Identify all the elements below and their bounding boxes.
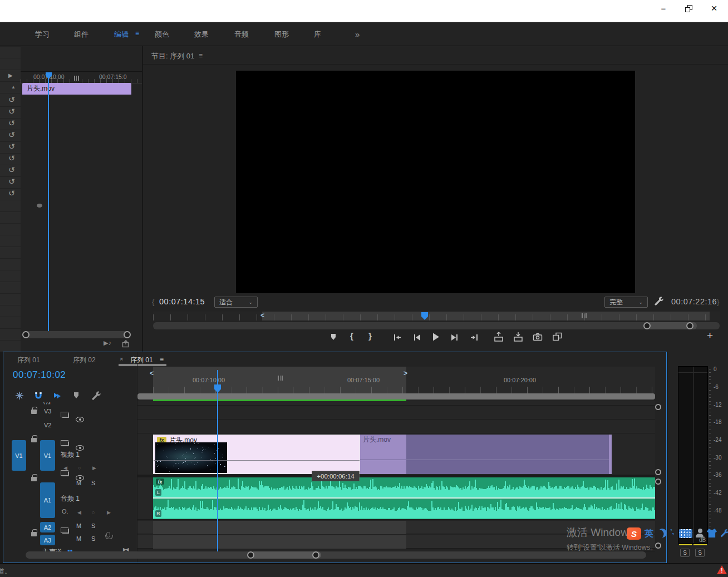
workspace-tab-assembly[interactable]: 组件	[74, 29, 88, 40]
settings-wrench-icon[interactable]	[653, 295, 664, 307]
opacity-rubber-band[interactable]	[154, 460, 360, 461]
punctuation-icon[interactable]: ’,	[670, 527, 674, 536]
track-a1-lock-icon[interactable]	[31, 532, 37, 536]
reset-icon[interactable]: ↺	[8, 130, 15, 139]
minimize-button[interactable]: −	[652, 1, 675, 16]
reset-icon[interactable]: ↺	[8, 154, 15, 162]
reset-icon[interactable]: ↺	[8, 107, 15, 116]
reset-icon[interactable]: ↺	[8, 177, 15, 186]
workspace-tab-effects[interactable]: 效果	[194, 29, 209, 40]
vscroll-handle[interactable]	[655, 469, 661, 475]
step-forward-button[interactable]	[450, 332, 460, 343]
track-a3-solo-button[interactable]: S	[91, 535, 95, 542]
program-current-timecode[interactable]: 00:07:14:15	[159, 297, 205, 306]
track-a1-solo-button[interactable]: S	[91, 480, 95, 486]
track-row-v2[interactable]	[137, 420, 655, 433]
video-clip-right[interactable]	[406, 435, 612, 474]
next-keyframe-button[interactable]: ▶	[92, 465, 96, 471]
workspace-tab-libraries[interactable]: 库	[314, 29, 321, 40]
prev-keyframe-button[interactable]: ◀	[63, 465, 67, 471]
track-v2-lock-icon[interactable]	[31, 438, 37, 442]
comparison-view-button[interactable]	[552, 331, 563, 343]
solo-right-button[interactable]: S	[695, 549, 705, 557]
timeline-hscrollbar-bottom[interactable]	[26, 551, 646, 559]
export-frame-button[interactable]	[532, 332, 543, 343]
add-marker-button[interactable]	[71, 391, 81, 401]
vscroll-handle[interactable]	[655, 404, 661, 410]
warning-icon[interactable]: !	[717, 565, 727, 574]
goto-out-button[interactable]	[469, 332, 480, 343]
volume-rubber-band[interactable]	[153, 497, 655, 499]
ime-settings-wrench-icon[interactable]	[719, 528, 728, 538]
soft-keyboard-icon[interactable]	[679, 529, 692, 538]
source-patch-v1[interactable]: V1	[12, 440, 26, 471]
reset-icon[interactable]: ↺	[8, 189, 15, 198]
mark-out-button[interactable]: }	[368, 331, 372, 341]
export-icon[interactable]	[121, 339, 130, 348]
track-v1-synclock-icon[interactable]	[62, 472, 69, 476]
gutter-play-icon[interactable]: ▶	[8, 72, 13, 78]
timeline-tab-active[interactable]: 序列 01	[130, 356, 153, 365]
extract-button[interactable]	[513, 331, 524, 343]
scrollbar-handle-right[interactable]	[124, 331, 131, 338]
keyframe-mode-button[interactable]: O.	[62, 508, 68, 515]
add-keyframe-button[interactable]: ○	[92, 510, 95, 515]
opacity-rubber-band[interactable]	[406, 460, 612, 460]
effect-mini-ruler[interactable]: 00:07:10:00 00:07:15:0	[21, 71, 142, 83]
vscroll-handle[interactable]	[655, 479, 661, 485]
workspace-tab-editing[interactable]: 编辑	[114, 29, 129, 40]
workspace-tab-graphics[interactable]: 图形	[274, 29, 289, 40]
scrollbar-thumb[interactable]	[250, 551, 321, 559]
program-scrub-ruler[interactable]: <	[153, 312, 720, 320]
timeline-tab-sequence02[interactable]: 序列 02	[73, 356, 96, 365]
track-v3-synclock-icon[interactable]	[62, 413, 69, 418]
lang-indicator[interactable]: 英	[645, 528, 653, 540]
play-audio-only-icon[interactable]: ▶♪	[104, 339, 111, 347]
snap-toggle-button[interactable]	[33, 391, 43, 401]
track-a1-label[interactable]: 音频 1	[61, 494, 80, 504]
track-a2-solo-button[interactable]: S	[91, 522, 95, 529]
scrollbar-handle-left[interactable]	[247, 551, 254, 559]
track-row-v4[interactable]	[137, 401, 655, 406]
nest-toggle-button[interactable]	[14, 391, 24, 401]
workspace-tab-learn[interactable]: 学习	[35, 29, 50, 40]
opacity-rubber-band[interactable]	[360, 460, 406, 460]
track-row-v3[interactable]	[137, 406, 655, 420]
effect-hscrollbar[interactable]	[22, 331, 131, 338]
person-icon[interactable]: S	[696, 529, 704, 538]
video-clip-selected[interactable]: fx 片头.mov	[153, 435, 360, 474]
keyframe-dot[interactable]	[37, 204, 42, 208]
timeline-tab-sequence01[interactable]: 序列 01	[17, 356, 40, 365]
workspace-overflow-icon[interactable]: »	[355, 29, 360, 39]
workspace-tab-audio[interactable]: 音频	[234, 29, 249, 40]
sogou-logo-icon[interactable]: S	[627, 527, 641, 540]
tab-close-icon[interactable]: ×	[120, 356, 123, 362]
prev-keyframe-button[interactable]: ◀	[77, 510, 81, 515]
add-marker-button[interactable]	[328, 332, 338, 342]
timeline-hscrollbar-top[interactable]	[137, 393, 655, 400]
program-video-frame[interactable]	[236, 71, 635, 293]
reset-icon[interactable]: ↺	[8, 95, 15, 104]
timeline-playhead-line[interactable]	[217, 370, 218, 551]
effect-playhead-line[interactable]	[48, 78, 49, 334]
collapse-icon[interactable]: ▲	[11, 85, 16, 90]
timeline-current-timecode[interactable]: 00:07:10:02	[13, 369, 66, 381]
track-v3-name[interactable]: V3	[44, 408, 51, 415]
track-a1-voiceover-icon[interactable]	[106, 532, 110, 537]
track-a1-mute-button[interactable]: M	[76, 480, 81, 486]
next-keyframe-button[interactable]: ▶	[107, 510, 111, 515]
track-v1-lock-icon[interactable]	[31, 477, 37, 481]
goto-in-button[interactable]	[392, 332, 402, 343]
workspace-tab-menu-icon[interactable]: ≡	[135, 29, 139, 37]
panel-menu-icon[interactable]: ≡	[199, 52, 203, 60]
track-target-a1[interactable]: A1	[40, 482, 55, 518]
track-a2-mute-button[interactable]: M	[76, 522, 81, 529]
scrollbar-handle-right[interactable]	[312, 551, 319, 559]
track-target-a3[interactable]: A3	[40, 535, 55, 545]
program-zoom-scrollbar[interactable]	[153, 322, 720, 329]
restore-button[interactable]	[677, 1, 700, 16]
track-v3-lock-icon[interactable]	[31, 410, 37, 414]
reset-icon[interactable]: ↺	[8, 165, 15, 174]
scrollbar-handle-left[interactable]	[643, 322, 651, 329]
audio-clip[interactable]: fx L R	[153, 477, 655, 519]
